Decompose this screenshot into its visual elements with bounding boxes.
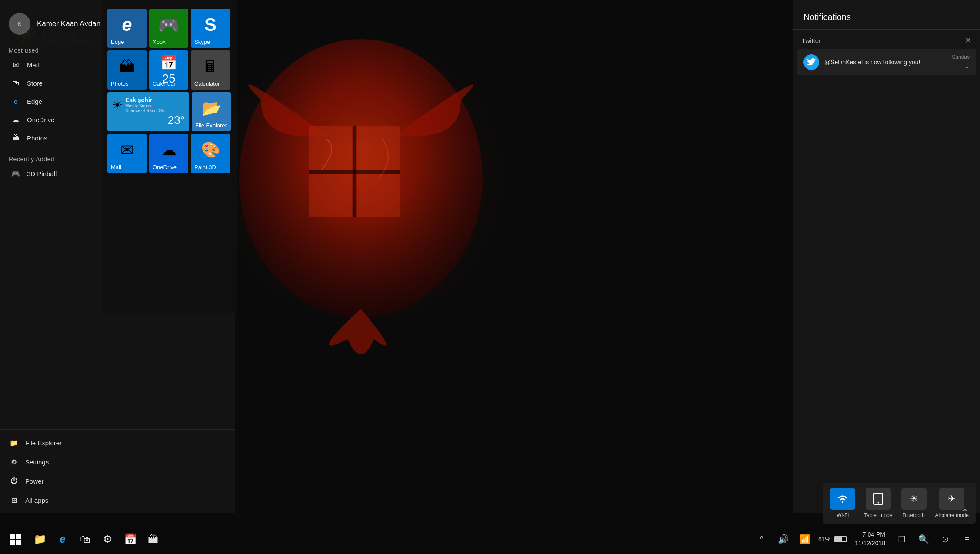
tile-file-explorer[interactable]: 📂 File Explorer	[192, 92, 231, 131]
start-button[interactable]	[4, 528, 27, 551]
tile-calculator-label: Calculator	[194, 80, 220, 87]
chevron-up-icon: ^	[760, 534, 763, 544]
taskbar-volume[interactable]: 🔊	[775, 531, 792, 548]
notification-item-twitter[interactable]: @SelimKestel is now following you! Sunda…	[797, 49, 976, 75]
3dpinball-label: 3D Pinball	[27, 170, 57, 177]
svg-rect-5	[357, 174, 400, 217]
tile-edge[interactable]: e Edge	[107, 9, 147, 48]
tile-photos[interactable]: 🏔 Photos	[107, 50, 147, 90]
tile-mail[interactable]: ✉ Mail	[107, 134, 147, 173]
taskbar-app-file-explorer[interactable]: 📁	[29, 528, 51, 551]
mail-label: Mail	[27, 61, 39, 69]
notification-app-name-twitter: Twitter	[802, 37, 821, 44]
svg-rect-12	[10, 540, 15, 545]
taskbar-app-photos[interactable]: 🏔	[142, 528, 164, 551]
mail-icon: ✉	[10, 60, 21, 70]
tile-calendar-label: Calendar	[153, 80, 176, 87]
taskbar-file-explorer-icon: 📁	[33, 533, 47, 545]
taskbar-task-view[interactable]: ☐	[893, 531, 910, 548]
svg-rect-4	[309, 174, 352, 217]
svg-point-9	[877, 502, 879, 504]
tiles-row-1: e Edge 🎮 Xbox S Skype	[107, 9, 232, 48]
store-label: Store	[27, 80, 43, 87]
settings-nav-icon: ⚙	[9, 457, 19, 467]
battery-bar	[834, 536, 847, 542]
taskbar-cortana[interactable]: ⊙	[937, 531, 954, 548]
taskbar-search[interactable]: 🔍	[915, 531, 932, 548]
all-apps-nav-label: All apps	[25, 497, 48, 504]
tile-skype-label: Skype	[194, 39, 210, 45]
taskbar-calendar-icon: 📅	[124, 533, 137, 545]
tile-mail-label: Mail	[111, 164, 121, 170]
svg-rect-2	[309, 126, 352, 170]
svg-rect-3	[357, 126, 400, 170]
tile-xbox[interactable]: 🎮 Xbox	[149, 9, 188, 48]
bottom-nav-power[interactable]: ⏻ Power	[0, 471, 235, 491]
battery-fill	[835, 537, 842, 541]
tile-onedrive[interactable]: ☁ OneDrive	[149, 134, 188, 173]
power-nav-label: Power	[25, 477, 44, 485]
photos-icon: 🏔	[10, 133, 21, 143]
bottom-nav-settings[interactable]: ⚙ Settings	[0, 452, 235, 471]
tile-weather-city: Eskişehir	[125, 97, 164, 103]
avatar[interactable]: K	[9, 13, 30, 35]
file-explorer-nav-label: File Explorer	[25, 439, 62, 447]
tile-weather-rain: Chance of Rain: 0%	[125, 108, 164, 113]
tile-photos-label: Photos	[111, 80, 128, 87]
photos-label: Photos	[27, 134, 47, 142]
taskbar-date: 11/12/2018	[855, 539, 885, 548]
tile-xbox-label: Xbox	[153, 39, 166, 45]
action-center-icon: ≡	[964, 534, 970, 544]
onedrive-icon: ☁	[10, 114, 21, 125]
notifications-title: Notifications	[803, 12, 851, 22]
svg-rect-10	[10, 534, 15, 539]
settings-nav-label: Settings	[25, 458, 49, 466]
battery-pct: 61%	[818, 536, 830, 543]
bottom-nav: 📁 File Explorer ⚙ Settings ⏻ Power ⊞ All…	[0, 429, 235, 513]
taskbar-chevron[interactable]: ^	[753, 531, 770, 548]
tiles-row-3: ☀ Eskişehir Mostly Sunny Chance of Rain:…	[107, 92, 232, 131]
tile-paint3d[interactable]: 🎨 Paint 3D	[191, 134, 230, 173]
notification-close-twitter[interactable]: ✕	[965, 36, 971, 45]
taskbar-store-icon: 🛍	[80, 533, 90, 545]
taskbar-photos-icon: 🏔	[148, 533, 158, 545]
taskbar-clock[interactable]: 7:04 PM 11/12/2018	[851, 531, 889, 547]
3dpinball-icon: 🎮	[10, 168, 21, 179]
tiles-row-4: ✉ Mail ☁ OneDrive 🎨 Paint 3D	[107, 134, 232, 173]
notification-time-twitter: Sunday ⌄	[952, 54, 970, 70]
notifications-panel: Notifications Twitter ✕ @SelimKestel is …	[793, 0, 980, 513]
tile-edge-label: Edge	[111, 39, 124, 45]
tiles-row-2: 🏔 Photos 📅 25 Calendar 🖩 Calculator	[107, 50, 232, 90]
collapse-button[interactable]: ⌃	[789, 505, 976, 519]
taskbar-app-calendar[interactable]: 📅	[119, 528, 142, 551]
bottom-nav-all-apps[interactable]: ⊞ All apps	[0, 491, 235, 510]
taskbar-edge-icon: e	[60, 533, 65, 545]
svg-rect-13	[16, 540, 21, 545]
tile-weather-temp: 23°	[112, 113, 185, 127]
taskbar-right: ^ 🔊 📶 61% 7:04 PM 11/12/2018 ☐ 🔍 ⊙ ≡	[753, 531, 976, 548]
taskbar-wifi[interactable]: 📶	[797, 531, 814, 548]
taskbar-app-edge[interactable]: e	[51, 528, 74, 551]
tile-onedrive-label: OneDrive	[153, 164, 177, 170]
tile-paint3d-label: Paint 3D	[194, 164, 216, 170]
bottom-nav-file-explorer[interactable]: 📁 File Explorer	[0, 433, 235, 452]
taskbar-time: 7:04 PM	[855, 531, 885, 539]
tile-skype[interactable]: S Skype	[191, 9, 230, 48]
tile-weather[interactable]: ☀ Eskişehir Mostly Sunny Chance of Rain:…	[107, 92, 189, 131]
edge-icon: e	[10, 96, 21, 107]
volume-icon: 🔊	[778, 534, 789, 544]
notifications-header: Notifications	[793, 0, 980, 30]
taskbar-settings-icon: ⚙	[103, 533, 113, 545]
power-nav-icon: ⏻	[9, 476, 19, 486]
taskbar: 📁 e 🛍 ⚙ 📅 🏔 ^ 🔊 📶 61% 7:04 PM	[0, 524, 980, 554]
tile-calculator[interactable]: 🖩 Calculator	[191, 50, 230, 90]
taskbar-app-settings[interactable]: ⚙	[97, 528, 119, 551]
tile-calendar[interactable]: 📅 25 Calendar	[149, 50, 188, 90]
taskbar-action-center[interactable]: ≡	[958, 531, 976, 548]
notification-text-twitter: @SelimKestel is now following you!	[824, 59, 947, 66]
search-icon: 🔍	[918, 534, 929, 544]
cortana-icon: ⊙	[942, 534, 949, 544]
taskbar-app-store[interactable]: 🛍	[74, 528, 97, 551]
wifi-icon: 📶	[800, 534, 810, 544]
all-apps-nav-icon: ⊞	[9, 495, 19, 505]
